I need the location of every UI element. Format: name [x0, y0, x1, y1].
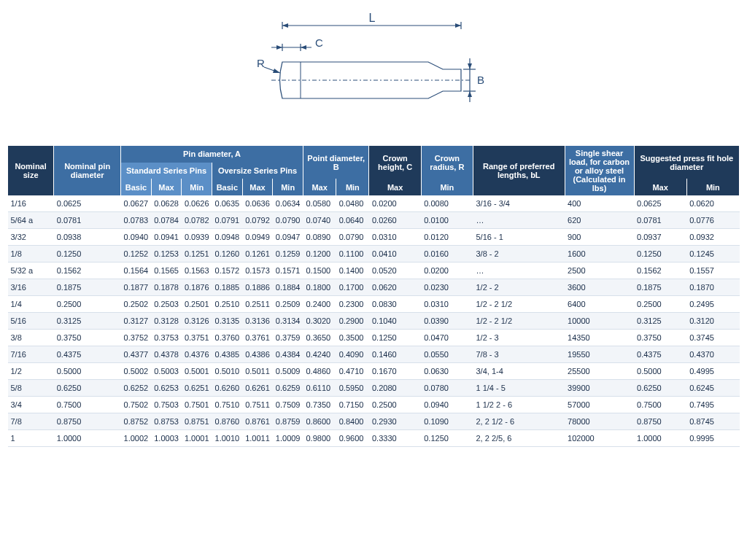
- cell-omax: 0.0949: [242, 229, 273, 246]
- cell-len: 1 1/4 - 5: [473, 380, 565, 397]
- hdr-shear-load: Single shear load, for carbon or alloy s…: [565, 146, 634, 195]
- cell-ob: 0.0791: [212, 212, 243, 229]
- cell-pmin: 0.1400: [336, 262, 369, 279]
- cell-hmin: 0.3120: [686, 313, 739, 330]
- cell-rmin: 0.1250: [421, 430, 473, 447]
- cell-omin: 0.8759: [273, 413, 303, 430]
- cell-omin: 0.0947: [273, 229, 303, 246]
- cell-cmax: 0.0310: [369, 229, 421, 246]
- cell-omax: 1.0011: [242, 430, 273, 447]
- cell-pmin: 0.1100: [336, 246, 369, 262]
- cell-omax: 0.8761: [242, 413, 273, 430]
- cell-omin: 0.5009: [273, 363, 303, 380]
- table-row: 1/40.25000.25020.25030.25010.25100.25110…: [8, 296, 740, 313]
- cell-omax: 0.0636: [242, 195, 273, 212]
- cell-smin: 0.5001: [182, 363, 212, 380]
- cell-pmin: 0.7150: [336, 397, 369, 413]
- cell-smin: 0.0782: [182, 212, 212, 229]
- svg-marker-13: [273, 69, 280, 73]
- hdr-radius-min: Min: [421, 179, 473, 195]
- cell-rmin: 0.1090: [421, 413, 473, 430]
- cell-smin: 0.2501: [182, 296, 212, 313]
- cell-size: 7/8: [8, 413, 54, 430]
- cell-rmin: 0.0080: [421, 195, 473, 212]
- cell-ob: 0.3135: [212, 313, 243, 330]
- cell-smin: 0.4376: [182, 346, 212, 363]
- cell-shear: 1600: [565, 246, 634, 262]
- cell-npd: 0.0781: [54, 212, 121, 229]
- cell-cmax: 0.1250: [369, 330, 421, 346]
- hdr-crown-max: Max: [369, 179, 421, 195]
- cell-rmin: 0.0780: [421, 380, 473, 397]
- cell-rmin: 0.0630: [421, 363, 473, 380]
- cell-ob: 0.0948: [212, 229, 243, 246]
- cell-npd: 0.8750: [54, 413, 121, 430]
- cell-hmax: 0.5000: [634, 363, 686, 380]
- cell-cmax: 0.2080: [369, 380, 421, 397]
- cell-omin: 0.6259: [273, 380, 303, 397]
- cell-shear: 6400: [565, 296, 634, 313]
- hdr-point-diameter-b: Point diameter, B: [303, 146, 369, 179]
- cell-hmin: 0.1870: [686, 279, 739, 296]
- cell-smin: 0.1563: [182, 262, 212, 279]
- cell-pmax: 0.1500: [303, 262, 336, 279]
- cell-pmax: 0.3650: [303, 330, 336, 346]
- cell-rmin: 0.0940: [421, 397, 473, 413]
- pin-diagram-svg: L C R B: [242, 7, 505, 139]
- cell-shear: 14350: [565, 330, 634, 346]
- hdr-hole-max: Max: [634, 179, 686, 195]
- cell-rmin: 0.0230: [421, 279, 473, 296]
- cell-npd: 0.3750: [54, 330, 121, 346]
- cell-len: 3/8 - 2: [473, 246, 565, 262]
- cell-cmax: 0.0620: [369, 279, 421, 296]
- cell-omax: 0.7511: [242, 397, 273, 413]
- cell-hmin: 0.0776: [686, 212, 739, 229]
- cell-pmin: 0.0640: [336, 212, 369, 229]
- cell-smin: 0.0939: [182, 229, 212, 246]
- cell-cmax: 0.2930: [369, 413, 421, 430]
- cell-pmax: 0.3020: [303, 313, 336, 330]
- cell-cmax: 0.1670: [369, 363, 421, 380]
- cell-shear: 78000: [565, 413, 634, 430]
- hdr-std-basic: Basic: [121, 179, 152, 195]
- cell-sb: 0.3127: [121, 313, 152, 330]
- cell-smax: 0.0784: [151, 212, 182, 229]
- cell-pmax: 0.4240: [303, 346, 336, 363]
- table-row: 3/40.75000.75020.75030.75010.75100.75110…: [8, 397, 740, 413]
- cell-cmax: 0.0410: [369, 246, 421, 262]
- cell-rmin: 0.0310: [421, 296, 473, 313]
- cell-sb: 0.1877: [121, 279, 152, 296]
- cell-size: 3/16: [8, 279, 54, 296]
- cell-len: 1/2 - 2: [473, 279, 565, 296]
- cell-sb: 1.0002: [121, 430, 152, 447]
- cell-ob: 0.5010: [212, 363, 243, 380]
- cell-hmin: 0.2495: [686, 296, 739, 313]
- cell-sb: 0.5002: [121, 363, 152, 380]
- cell-hmin: 0.3745: [686, 330, 739, 346]
- cell-smin: 1.0001: [182, 430, 212, 447]
- cell-npd: 0.6250: [54, 380, 121, 397]
- cell-pmin: 0.4710: [336, 363, 369, 380]
- cell-omin: 0.1259: [273, 246, 303, 262]
- cell-cmax: 0.0520: [369, 262, 421, 279]
- cell-hmin: 0.4995: [686, 363, 739, 380]
- cell-len: …: [473, 262, 565, 279]
- cell-smax: 0.3128: [151, 313, 182, 330]
- cell-omin: 0.3134: [273, 313, 303, 330]
- cell-smin: 0.1251: [182, 246, 212, 262]
- cell-smax: 0.2503: [151, 296, 182, 313]
- cell-hmin: 0.1557: [686, 262, 739, 279]
- table-row: 3/320.09380.09400.09410.09390.09480.0949…: [8, 229, 740, 246]
- cell-npd: 0.2500: [54, 296, 121, 313]
- cell-hmax: 0.1250: [634, 246, 686, 262]
- cell-pmin: 0.3500: [336, 330, 369, 346]
- cell-rmin: 0.0470: [421, 330, 473, 346]
- cell-hmin: 0.8745: [686, 413, 739, 430]
- cell-hmax: 0.1562: [634, 262, 686, 279]
- cell-ob: 0.2510: [212, 296, 243, 313]
- hdr-hole-min: Min: [686, 179, 739, 195]
- cell-pmin: 0.1700: [336, 279, 369, 296]
- cell-shear: 2500: [565, 262, 634, 279]
- table-row: 7/160.43750.43770.43780.43760.43850.4386…: [8, 346, 740, 363]
- hdr-standard-series: Standard Series Pins: [121, 163, 212, 179]
